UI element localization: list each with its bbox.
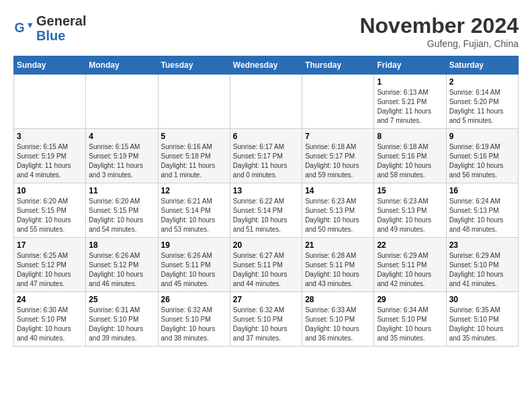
calendar-header-row: SundayMondayTuesdayWednesdayThursdayFrid… <box>14 56 519 75</box>
day-info: Sunrise: 6:19 AM Sunset: 5:16 PM Dayligh… <box>449 142 515 180</box>
day-info: Sunrise: 6:15 AM Sunset: 5:19 PM Dayligh… <box>17 142 83 180</box>
calendar-cell <box>86 75 158 129</box>
calendar-cell: 18Sunrise: 6:26 AM Sunset: 5:12 PM Dayli… <box>86 238 158 292</box>
day-info: Sunrise: 6:32 AM Sunset: 5:10 PM Dayligh… <box>233 306 299 343</box>
calendar-cell: 1Sunrise: 6:13 AM Sunset: 5:21 PM Daylig… <box>374 75 446 129</box>
day-number: 9 <box>449 132 515 141</box>
logo-general-text: General <box>36 13 86 28</box>
day-info: Sunrise: 6:29 AM Sunset: 5:10 PM Dayligh… <box>449 251 515 289</box>
day-number: 7 <box>305 132 371 141</box>
day-number: 27 <box>233 295 299 304</box>
svg-text:G: G <box>15 20 25 35</box>
day-number: 29 <box>377 295 443 304</box>
calendar-cell: 21Sunrise: 6:28 AM Sunset: 5:11 PM Dayli… <box>302 238 374 292</box>
day-info: Sunrise: 6:25 AM Sunset: 5:12 PM Dayligh… <box>17 251 83 289</box>
calendar-cell: 26Sunrise: 6:32 AM Sunset: 5:10 PM Dayli… <box>158 292 230 347</box>
calendar-cell: 22Sunrise: 6:29 AM Sunset: 5:11 PM Dayli… <box>374 238 446 292</box>
day-info: Sunrise: 6:33 AM Sunset: 5:10 PM Dayligh… <box>305 306 371 343</box>
day-info: Sunrise: 6:26 AM Sunset: 5:11 PM Dayligh… <box>161 251 227 289</box>
day-info: Sunrise: 6:18 AM Sunset: 5:17 PM Dayligh… <box>305 142 371 180</box>
calendar-cell: 3Sunrise: 6:15 AM Sunset: 5:19 PM Daylig… <box>14 129 86 183</box>
calendar-table: SundayMondayTuesdayWednesdayThursdayFrid… <box>13 56 519 347</box>
svg-marker-1 <box>28 24 33 29</box>
day-number: 17 <box>17 240 83 250</box>
calendar-cell: 4Sunrise: 6:15 AM Sunset: 5:19 PM Daylig… <box>86 129 158 183</box>
calendar-header-friday: Friday <box>374 56 446 75</box>
calendar-header-saturday: Saturday <box>446 56 518 75</box>
day-number: 15 <box>377 186 443 195</box>
calendar-cell <box>302 75 374 129</box>
calendar-cell: 5Sunrise: 6:16 AM Sunset: 5:18 PM Daylig… <box>158 129 230 183</box>
day-info: Sunrise: 6:15 AM Sunset: 5:19 PM Dayligh… <box>89 142 154 180</box>
day-info: Sunrise: 6:30 AM Sunset: 5:10 PM Dayligh… <box>17 306 83 343</box>
day-number: 24 <box>17 295 83 304</box>
calendar-header-sunday: Sunday <box>14 56 86 75</box>
calendar-cell <box>14 75 86 129</box>
calendar-cell: 11Sunrise: 6:20 AM Sunset: 5:15 PM Dayli… <box>86 183 158 238</box>
month-title: November 2024 <box>359 13 519 38</box>
day-number: 13 <box>233 186 299 195</box>
day-number: 11 <box>89 186 154 195</box>
title-area: November 2024 Gufeng, Fujian, China <box>359 13 519 49</box>
calendar-cell: 7Sunrise: 6:18 AM Sunset: 5:17 PM Daylig… <box>302 129 374 183</box>
calendar-cell: 27Sunrise: 6:32 AM Sunset: 5:10 PM Dayli… <box>230 292 302 347</box>
day-number: 19 <box>161 240 227 250</box>
day-info: Sunrise: 6:23 AM Sunset: 5:13 PM Dayligh… <box>305 197 371 234</box>
day-info: Sunrise: 6:27 AM Sunset: 5:11 PM Dayligh… <box>233 251 299 289</box>
day-number: 4 <box>89 132 154 141</box>
calendar-cell: 24Sunrise: 6:30 AM Sunset: 5:10 PM Dayli… <box>14 292 86 347</box>
calendar-cell: 15Sunrise: 6:23 AM Sunset: 5:13 PM Dayli… <box>374 183 446 238</box>
day-number: 10 <box>17 186 83 195</box>
calendar-week-3: 10Sunrise: 6:20 AM Sunset: 5:15 PM Dayli… <box>14 183 519 238</box>
day-info: Sunrise: 6:29 AM Sunset: 5:11 PM Dayligh… <box>377 251 443 289</box>
logo: G General Blue <box>13 13 86 43</box>
day-info: Sunrise: 6:21 AM Sunset: 5:14 PM Dayligh… <box>161 197 227 234</box>
day-info: Sunrise: 6:20 AM Sunset: 5:15 PM Dayligh… <box>17 197 83 234</box>
day-number: 21 <box>305 240 371 250</box>
calendar-header-monday: Monday <box>86 56 158 75</box>
day-number: 8 <box>377 132 443 141</box>
logo-text: General Blue <box>36 13 86 43</box>
day-number: 2 <box>449 77 515 87</box>
calendar-cell: 14Sunrise: 6:23 AM Sunset: 5:13 PM Dayli… <box>302 183 374 238</box>
day-number: 5 <box>161 132 227 141</box>
logo-icon: G <box>13 18 34 38</box>
subtitle: Gufeng, Fujian, China <box>359 38 519 49</box>
day-info: Sunrise: 6:24 AM Sunset: 5:13 PM Dayligh… <box>449 197 515 234</box>
day-number: 3 <box>17 132 83 141</box>
calendar-cell: 6Sunrise: 6:17 AM Sunset: 5:17 PM Daylig… <box>230 129 302 183</box>
day-info: Sunrise: 6:17 AM Sunset: 5:17 PM Dayligh… <box>233 142 299 180</box>
calendar-cell: 16Sunrise: 6:24 AM Sunset: 5:13 PM Dayli… <box>446 183 518 238</box>
day-info: Sunrise: 6:18 AM Sunset: 5:16 PM Dayligh… <box>377 142 443 180</box>
calendar-cell: 12Sunrise: 6:21 AM Sunset: 5:14 PM Dayli… <box>158 183 230 238</box>
calendar-header-thursday: Thursday <box>302 56 374 75</box>
calendar-week-2: 3Sunrise: 6:15 AM Sunset: 5:19 PM Daylig… <box>14 129 519 183</box>
calendar-cell: 10Sunrise: 6:20 AM Sunset: 5:15 PM Dayli… <box>14 183 86 238</box>
day-info: Sunrise: 6:28 AM Sunset: 5:11 PM Dayligh… <box>305 251 371 289</box>
calendar-header-wednesday: Wednesday <box>230 56 302 75</box>
day-info: Sunrise: 6:34 AM Sunset: 5:10 PM Dayligh… <box>377 306 443 343</box>
day-number: 26 <box>161 295 227 304</box>
day-info: Sunrise: 6:26 AM Sunset: 5:12 PM Dayligh… <box>89 251 154 289</box>
day-number: 25 <box>89 295 154 304</box>
day-number: 16 <box>449 186 515 195</box>
day-number: 28 <box>305 295 371 304</box>
calendar-header-tuesday: Tuesday <box>158 56 230 75</box>
day-number: 6 <box>233 132 299 141</box>
day-number: 1 <box>377 77 443 87</box>
calendar-cell: 2Sunrise: 6:14 AM Sunset: 5:20 PM Daylig… <box>446 75 518 129</box>
day-info: Sunrise: 6:16 AM Sunset: 5:18 PM Dayligh… <box>161 142 227 180</box>
day-number: 14 <box>305 186 371 195</box>
calendar-cell: 23Sunrise: 6:29 AM Sunset: 5:10 PM Dayli… <box>446 238 518 292</box>
calendar-cell <box>230 75 302 129</box>
calendar-cell: 30Sunrise: 6:35 AM Sunset: 5:10 PM Dayli… <box>446 292 518 347</box>
calendar-week-1: 1Sunrise: 6:13 AM Sunset: 5:21 PM Daylig… <box>14 75 519 129</box>
day-number: 22 <box>377 240 443 250</box>
calendar-week-5: 24Sunrise: 6:30 AM Sunset: 5:10 PM Dayli… <box>14 292 519 347</box>
calendar-week-4: 17Sunrise: 6:25 AM Sunset: 5:12 PM Dayli… <box>14 238 519 292</box>
calendar-cell: 9Sunrise: 6:19 AM Sunset: 5:16 PM Daylig… <box>446 129 518 183</box>
day-info: Sunrise: 6:35 AM Sunset: 5:10 PM Dayligh… <box>449 306 515 343</box>
day-info: Sunrise: 6:20 AM Sunset: 5:15 PM Dayligh… <box>89 197 154 234</box>
calendar-cell: 19Sunrise: 6:26 AM Sunset: 5:11 PM Dayli… <box>158 238 230 292</box>
calendar-cell: 25Sunrise: 6:31 AM Sunset: 5:10 PM Dayli… <box>86 292 158 347</box>
